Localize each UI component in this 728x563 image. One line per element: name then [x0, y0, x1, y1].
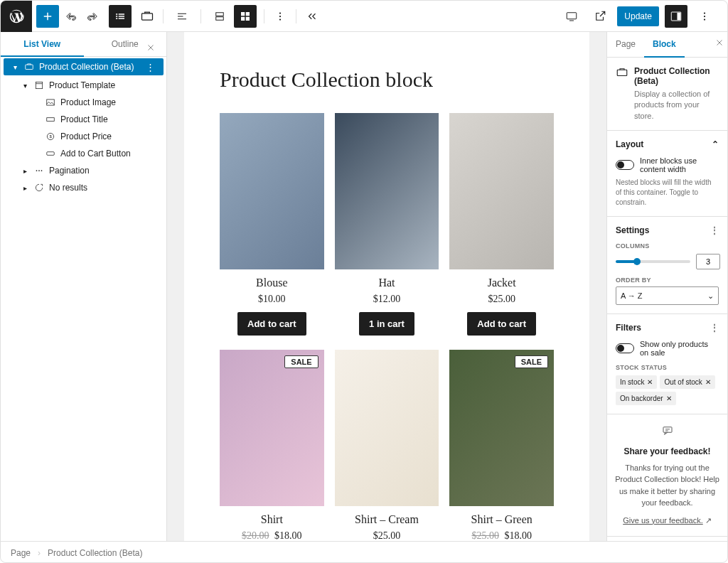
- settings-sidebar: Page Block Product Collection (Beta) Dis…: [606, 32, 727, 541]
- block-icon-button[interactable]: [136, 5, 159, 28]
- tree-item-product-image[interactable]: Product Image: [1, 94, 166, 111]
- filters-heading[interactable]: Filters ⋮: [616, 323, 719, 333]
- tree-item-no-results[interactable]: ▸ No results: [1, 179, 166, 196]
- chevron-down-icon[interactable]: ▾: [11, 63, 19, 71]
- tree-item-add-to-cart[interactable]: Add to Cart Button: [1, 145, 166, 162]
- block-inserter-button[interactable]: [36, 5, 59, 28]
- device-preview-button[interactable]: [560, 5, 583, 28]
- stock-chip[interactable]: On backorder✕: [616, 392, 676, 405]
- products-icon: [140, 9, 154, 23]
- sale-only-toggle[interactable]: [616, 343, 634, 353]
- add-to-cart-button[interactable]: 1 in cart: [359, 312, 414, 336]
- redo-button[interactable]: [82, 5, 105, 28]
- tree-item-pagination[interactable]: ▸ Pagination: [1, 162, 166, 179]
- product-image[interactable]: [335, 113, 439, 269]
- svg-rect-22: [47, 152, 55, 156]
- options-button[interactable]: [269, 5, 291, 28]
- product-card[interactable]: Jacket $25.00 Add to cart: [449, 113, 554, 336]
- product-card[interactable]: Hat $12.00 1 in cart: [335, 113, 439, 336]
- tab-page[interactable]: Page: [607, 32, 644, 57]
- breadcrumb-item[interactable]: Page: [11, 548, 31, 558]
- remove-chip-icon[interactable]: ✕: [647, 378, 653, 386]
- product-image[interactable]: SALE: [220, 350, 324, 506]
- more-menu-button[interactable]: [693, 5, 716, 28]
- feedback-link[interactable]: Give us your feedback.: [623, 516, 703, 525]
- product-title[interactable]: Hat: [378, 277, 395, 289]
- tree-item-options[interactable]: ⋮: [146, 62, 158, 73]
- product-title[interactable]: Blouse: [256, 277, 287, 289]
- stock-chip[interactable]: In stock✕: [616, 375, 657, 389]
- grid-button[interactable]: [234, 5, 257, 28]
- settings-heading[interactable]: Settings ⋮: [616, 225, 719, 235]
- chevron-right-icon[interactable]: ▸: [21, 184, 29, 192]
- advanced-panel[interactable]: Advanced ⌄: [607, 537, 727, 541]
- old-price: $25.00: [471, 530, 499, 541]
- wp-logo[interactable]: [1, 1, 32, 32]
- tab-block[interactable]: Block: [644, 32, 685, 58]
- product-title[interactable]: Shirt: [261, 513, 283, 526]
- product-image[interactable]: SALE: [449, 350, 554, 506]
- product-image[interactable]: [449, 113, 554, 269]
- tab-list-view[interactable]: List View: [1, 32, 84, 56]
- product-title[interactable]: Shirt – Green: [471, 513, 532, 526]
- product-price: $25.00: [373, 530, 401, 541]
- order-by-select[interactable]: A → Z ⌄: [616, 286, 719, 305]
- editor-canvas[interactable]: Product Collection block Blouse $10.00 A…: [167, 32, 606, 541]
- breadcrumb-item[interactable]: Product Collection (Beta): [48, 548, 142, 558]
- product-card[interactable]: SALE Shirt $20.00 $18.00 Add to cart: [220, 350, 324, 541]
- chevron-right-icon[interactable]: ▸: [21, 167, 29, 175]
- columns-slider[interactable]: [616, 260, 690, 263]
- product-card[interactable]: Blouse $10.00 Add to cart: [220, 113, 324, 336]
- add-to-cart-button[interactable]: Add to cart: [237, 312, 306, 336]
- block-card: Product Collection (Beta) Display a coll…: [607, 58, 727, 131]
- product-image[interactable]: [335, 350, 439, 506]
- product-title[interactable]: Jacket: [488, 277, 516, 289]
- undo-button[interactable]: [59, 5, 82, 28]
- product-card[interactable]: Shirt – Cream $25.00 Add to cart: [335, 350, 439, 541]
- list-view-toggle[interactable]: [109, 5, 132, 28]
- view-page-button[interactable]: [589, 5, 611, 28]
- vertical-dots-icon: [698, 10, 711, 23]
- tree-item-product-price[interactable]: $ Product Price: [1, 128, 166, 145]
- tree-label: Product Collection (Beta): [39, 62, 141, 72]
- svg-rect-5: [241, 16, 245, 20]
- feedback-icon: [614, 424, 720, 441]
- chip-label: On backorder: [620, 395, 663, 402]
- vertical-dots-icon[interactable]: ⋮: [710, 225, 719, 235]
- product-image[interactable]: [220, 113, 324, 269]
- heading-label: Filters: [616, 323, 641, 333]
- tree-item-product-title[interactable]: Product Title: [1, 111, 166, 128]
- align-icon: [176, 10, 188, 23]
- content-width-toggle[interactable]: [616, 160, 634, 170]
- stock-chip[interactable]: Out of stock✕: [660, 375, 714, 389]
- toolbar-separator: [163, 9, 164, 23]
- update-button[interactable]: Update: [617, 6, 659, 26]
- product-price: $10.00: [258, 294, 286, 305]
- toggle-label: Show only products on sale: [640, 340, 719, 357]
- align-button[interactable]: [171, 5, 193, 28]
- page-title[interactable]: Product Collection block: [220, 68, 554, 92]
- layout-help-text: Nested blocks will fill the width of thi…: [616, 178, 719, 208]
- tree-item-product-template[interactable]: ▾ Product Template: [1, 77, 166, 94]
- add-to-cart-button[interactable]: Add to cart: [467, 312, 536, 336]
- product-card[interactable]: SALE Shirt – Green $25.00 $18.00 Add to …: [449, 350, 554, 541]
- vertical-dots-icon[interactable]: ⋮: [710, 323, 719, 333]
- close-panel-button[interactable]: [144, 41, 158, 55]
- columns-input[interactable]: [696, 254, 720, 269]
- close-sidebar-button[interactable]: [714, 38, 724, 49]
- settings-sidebar-toggle[interactable]: [665, 5, 687, 28]
- collapse-toolbar-button[interactable]: [301, 5, 323, 28]
- top-toolbar: Update: [1, 1, 727, 32]
- sale-badge: SALE: [515, 355, 548, 368]
- stock-status-chips: In stock✕Out of stock✕On backorder✕: [616, 375, 719, 405]
- stack-button[interactable]: [208, 5, 231, 28]
- layout-heading[interactable]: Layout ⌃: [616, 139, 719, 149]
- remove-chip-icon[interactable]: ✕: [666, 395, 672, 402]
- chevron-down-icon[interactable]: ▾: [21, 82, 29, 90]
- product-title[interactable]: Shirt – Cream: [355, 513, 419, 526]
- tree-item-product-collection[interactable]: ▾ Product Collection (Beta) ⋮: [4, 58, 164, 75]
- svg-rect-1: [216, 12, 224, 16]
- remove-chip-icon[interactable]: ✕: [705, 378, 711, 386]
- svg-rect-26: [617, 70, 627, 75]
- plus-icon: [41, 10, 54, 23]
